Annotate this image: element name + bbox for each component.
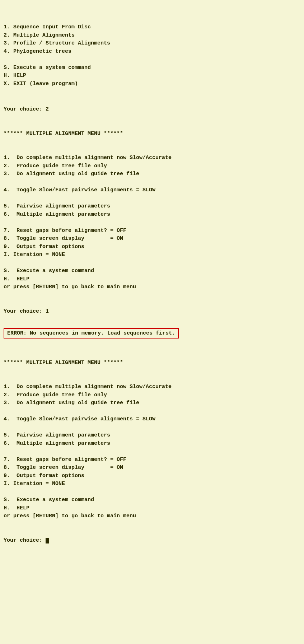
mam-item-i: I. Iteration = NONE — [4, 252, 65, 258]
mam2-item-return: or press [RETURN] to go back to main men… — [4, 513, 136, 519]
mam-item-3: 3. Do alignment using old guide tree fil… — [4, 171, 139, 177]
mam-item-5: 5. Pairwise alignment parameters — [4, 203, 110, 209]
mam2-item-3: 3. Do alignment using old guide tree fil… — [4, 400, 139, 406]
mam-item-9: 9. Output format options — [4, 244, 84, 250]
main-menu-item-x: X. EXIT (leave program) — [4, 81, 78, 87]
main-menu-item-3: 3. Profile / Structure Alignments — [4, 40, 110, 46]
mam-item-6: 6. Multiple alignment parameters — [4, 211, 110, 218]
user-choice-3-label: Your choice: — [4, 537, 46, 543]
mam2-item-6: 6. Multiple alignment parameters — [4, 440, 110, 447]
mam2-item-4: 4. Toggle Slow/Fast pairwise alignments … — [4, 416, 155, 422]
mam-item-7: 7. Reset gaps before alignment? = OFF — [4, 228, 126, 234]
mam2-item-h: H. HELP — [4, 505, 29, 511]
terminal-output-2: ****** MULTIPLE ALIGNMENT MENU ****** 1.… — [4, 343, 300, 545]
mam-item-return: or press [RETURN] to go back to main men… — [4, 284, 136, 290]
mam2-item-9: 9. Output format options — [4, 473, 84, 479]
multiple-alignment-menu-title-2: ****** MULTIPLE ALIGNMENT MENU ****** — [4, 360, 123, 366]
mam-item-2: 2. Produce guide tree file only — [4, 163, 107, 169]
user-choice-2: Your choice: 1 — [4, 308, 49, 314]
error-message: ERROR: No sequences in memory. Load sequ… — [4, 328, 179, 339]
mam2-item-5: 5. Pairwise alignment parameters — [4, 432, 110, 438]
mam-item-s: S. Execute a system command — [4, 268, 94, 274]
main-menu-item-2: 2. Multiple Alignments — [4, 32, 75, 38]
user-choice-1: Your choice: 2 — [4, 106, 49, 112]
mam2-item-7: 7. Reset gaps before alignment? = OFF — [4, 457, 126, 463]
mam2-item-2: 2. Produce guide tree file only — [4, 392, 107, 398]
cursor[interactable] — [46, 538, 49, 543]
mam2-item-i: I. Iteration = NONE — [4, 481, 65, 487]
mam2-item-1: 1. Do complete multiple alignment now Sl… — [4, 384, 172, 390]
mam2-item-s: S. Execute a system command — [4, 497, 94, 503]
mam-item-4: 4. Toggle Slow/Fast pairwise alignments … — [4, 187, 155, 193]
mam-item-1: 1. Do complete multiple alignment now Sl… — [4, 155, 172, 161]
terminal-output: 1. Sequence Input From Disc 2. Multiple … — [4, 7, 300, 324]
main-menu-item-s: S. Execute a system command — [4, 65, 91, 71]
main-menu-section: 1. Sequence Input From Disc 2. Multiple … — [4, 15, 300, 88]
error-box-container: ERROR: No sequences in memory. Load sequ… — [4, 327, 300, 340]
main-menu-item-4: 4. Phylogenetic trees — [4, 48, 71, 55]
mam-item-8: 8. Toggle screen display = ON — [4, 235, 123, 242]
multiple-alignment-menu-title-1: ****** MULTIPLE ALIGNMENT MENU ****** — [4, 131, 123, 137]
mam2-item-8: 8. Toggle screen display = ON — [4, 465, 123, 471]
mam-item-h: H. HELP — [4, 276, 29, 282]
main-menu-item-1: 1. Sequence Input From Disc — [4, 24, 91, 30]
main-menu-item-h: H. HELP — [4, 73, 26, 79]
